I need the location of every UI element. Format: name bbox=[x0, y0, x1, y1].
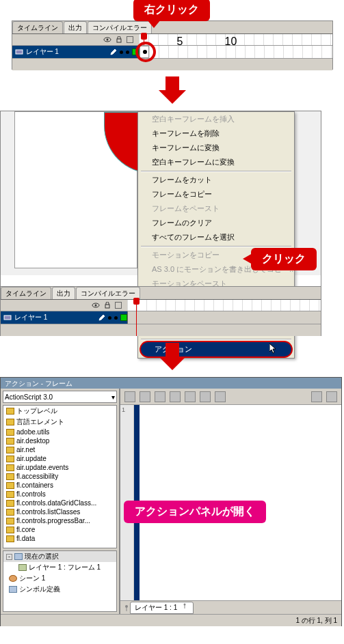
add-icon[interactable] bbox=[124, 391, 135, 402]
layer-row-2[interactable]: レイヤー 1 bbox=[1, 311, 321, 324]
scene-icon bbox=[9, 575, 17, 582]
package-icon bbox=[6, 429, 14, 436]
lock-dot[interactable] bbox=[114, 316, 118, 320]
menu-item[interactable]: フレームをカット bbox=[138, 173, 294, 187]
tree-item[interactable]: 言語エレメント bbox=[3, 417, 116, 428]
svg-point-5 bbox=[95, 305, 97, 307]
package-icon bbox=[6, 527, 14, 533]
tree-item-label: fl.controls.dataGridClass... bbox=[16, 499, 96, 507]
visibility-dot[interactable] bbox=[120, 51, 123, 54]
tree-item[interactable]: air.net bbox=[3, 445, 116, 454]
menu-item[interactable]: キーフレームに変換 bbox=[138, 141, 294, 155]
menu-item[interactable]: 空白キーフレームに変換 bbox=[138, 155, 294, 169]
tree-item[interactable]: air.desktop bbox=[3, 436, 116, 445]
minus-icon[interactable]: - bbox=[6, 554, 12, 560]
package-icon bbox=[6, 447, 14, 453]
selection-header: 現在の選択 bbox=[25, 552, 59, 561]
package-icon bbox=[6, 419, 14, 425]
tree-item[interactable]: fl.accessibility bbox=[3, 472, 116, 481]
package-icon bbox=[6, 509, 14, 516]
svg-rect-2 bbox=[117, 39, 121, 42]
script-tab-label: レイヤー 1 : 1 bbox=[135, 604, 177, 611]
tree-item[interactable]: fl.data bbox=[3, 534, 116, 543]
tab-output[interactable]: 出力 bbox=[64, 21, 87, 33]
menu-item[interactable]: フレームをペースト bbox=[138, 201, 294, 216]
layer-name: レイヤー 1 bbox=[26, 47, 59, 57]
menu-item[interactable]: 空白キーフレームを挿入 bbox=[138, 112, 294, 126]
script-icon bbox=[18, 564, 27, 571]
outline-toggle-icon[interactable] bbox=[115, 302, 122, 309]
tree-item[interactable]: fl.controls.progressBar... bbox=[3, 516, 116, 525]
pin-icon[interactable] bbox=[123, 604, 130, 611]
tree-item-label: air.desktop bbox=[16, 437, 49, 445]
outline-toggle-icon[interactable] bbox=[127, 36, 133, 43]
stage-panel: 空白キーフレームを挿入 キーフレームを削除 キーフレームに変換 空白キーフレーム… bbox=[0, 111, 321, 336]
lock-icon[interactable] bbox=[104, 302, 111, 309]
tree-item[interactable]: fl.controls.listClasses bbox=[3, 507, 116, 516]
tree-item[interactable]: fl.controls.dataGridClass... bbox=[3, 499, 116, 507]
debug-icon[interactable] bbox=[215, 391, 226, 402]
script-tab[interactable]: レイヤー 1 : 1 bbox=[130, 602, 194, 614]
target-icon[interactable] bbox=[155, 391, 166, 402]
tab-timeline[interactable]: タイムライン bbox=[12, 21, 63, 33]
keyframe-1[interactable] bbox=[140, 46, 149, 58]
tree-item-label: adobe.utils bbox=[16, 428, 49, 436]
tab-compile-errors[interactable]: コンパイルエラー bbox=[88, 21, 152, 33]
tree-item[interactable]: air.update.events bbox=[3, 463, 116, 472]
eye-icon[interactable] bbox=[92, 302, 100, 309]
svg-rect-6 bbox=[105, 305, 109, 308]
tree-item[interactable]: fl.containers bbox=[3, 481, 116, 490]
package-icon bbox=[6, 456, 14, 462]
tree-item[interactable]: adobe.utils bbox=[3, 428, 116, 436]
lock-dot[interactable] bbox=[126, 51, 129, 54]
menu-item[interactable]: フレームのクリア bbox=[138, 216, 294, 230]
canvas-stage[interactable] bbox=[14, 111, 137, 268]
layer-icon bbox=[3, 314, 12, 321]
frame-strip[interactable] bbox=[139, 46, 332, 58]
timeline-panel-1: タイムライン 出力 コンパイルエラー 5 10 レイヤー 1 bbox=[12, 20, 333, 70]
visibility-dot[interactable] bbox=[108, 316, 111, 320]
actions-panel: アクション - フレーム ActionScript 3.0 ▾ トップレベル言語… bbox=[0, 377, 342, 626]
help-icon[interactable] bbox=[326, 391, 337, 402]
tab-compile-errors-2[interactable]: コンパイルエラー bbox=[76, 287, 140, 299]
as-version-label: ActionScript 3.0 bbox=[5, 393, 53, 401]
svg-rect-3 bbox=[16, 50, 23, 54]
outline-color-box[interactable] bbox=[120, 314, 127, 321]
tab-timeline-2[interactable]: タイムライン bbox=[1, 287, 51, 299]
tree-item[interactable]: air.update bbox=[3, 454, 116, 463]
menu-item[interactable]: フレームをコピー bbox=[138, 187, 294, 201]
tab-output-2[interactable]: 出力 bbox=[52, 287, 75, 299]
tree-item-label: fl.accessibility bbox=[16, 473, 58, 480]
tree-item-label: トップレベル bbox=[16, 406, 57, 416]
menu-item[interactable]: キーフレームを削除 bbox=[138, 126, 294, 141]
hint-icon[interactable] bbox=[200, 391, 211, 402]
tree-item-label: fl.data bbox=[16, 535, 35, 542]
tree-item[interactable]: fl.controls bbox=[3, 490, 116, 499]
find-icon[interactable] bbox=[140, 391, 150, 402]
tree-item-label: fl.controls.progressBar... bbox=[16, 517, 90, 524]
tree-item[interactable]: fl.core bbox=[3, 525, 116, 534]
tree-item-label: fl.core bbox=[16, 526, 35, 533]
tree-item-label: air.update bbox=[16, 455, 47, 462]
selection-item[interactable]: レイヤー 1 : フレーム 1 bbox=[29, 563, 101, 572]
callout-right-click-label: 右クリック bbox=[144, 3, 199, 15]
pencil-icon bbox=[98, 314, 105, 321]
selection-item[interactable]: シンボル定義 bbox=[19, 585, 60, 594]
chevron-down-icon: ▾ bbox=[111, 393, 115, 401]
pin-icon-small[interactable] bbox=[182, 603, 189, 610]
format-icon[interactable] bbox=[185, 391, 196, 402]
eye-icon[interactable] bbox=[103, 36, 111, 43]
outline-color-box[interactable] bbox=[132, 48, 139, 55]
menu-item[interactable]: すべてのフレームを選択 bbox=[138, 230, 294, 244]
package-icon bbox=[6, 518, 14, 524]
lock-icon[interactable] bbox=[116, 36, 122, 43]
selection-tree[interactable]: - 現在の選択 レイヤー 1 : フレーム 1 シーン 1 シンボル定義 bbox=[3, 550, 117, 612]
tree-item[interactable]: トップレベル bbox=[3, 406, 116, 417]
callout-panel-opens-label: アクションパネルが開く bbox=[135, 505, 255, 517]
check-icon[interactable] bbox=[170, 391, 181, 402]
assist-icon[interactable] bbox=[311, 391, 322, 402]
layer-row[interactable]: レイヤー 1 bbox=[12, 46, 332, 58]
package-tree[interactable]: トップレベル言語エレメントadobe.utilsair.desktopair.n… bbox=[3, 405, 117, 548]
as-version-select[interactable]: ActionScript 3.0 ▾ bbox=[3, 391, 117, 403]
selection-item[interactable]: シーン 1 bbox=[19, 574, 45, 583]
